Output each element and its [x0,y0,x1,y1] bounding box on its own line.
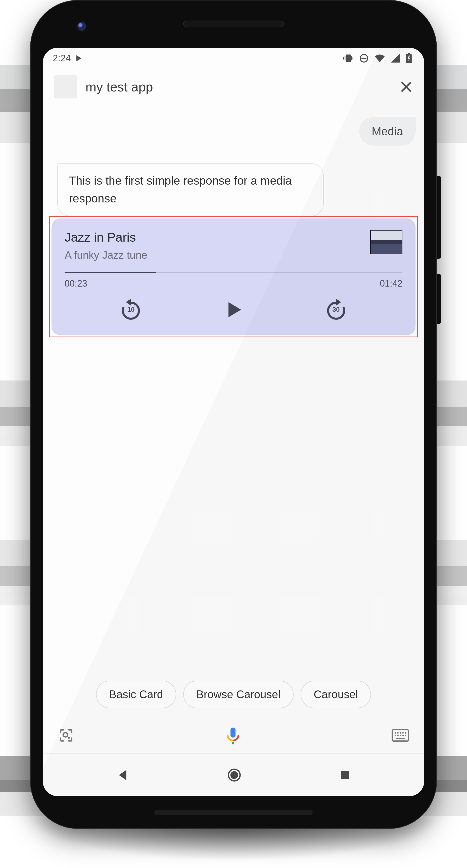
status-right [343,53,412,63]
rewind-seconds-label: 10 [127,306,135,313]
app-name: my test app [85,80,390,94]
phone-bottom-speaker [154,810,313,815]
rewind-10-button[interactable]: 10 [117,296,145,323]
vibrate-icon [343,53,353,63]
battery-charging-icon [406,53,412,63]
svg-point-4 [63,733,68,737]
app-icon-placeholder [54,75,77,98]
play-button[interactable] [220,296,247,323]
assistant-input-bar [43,718,424,753]
app-header: my test app [43,69,424,106]
svg-point-5 [68,737,69,739]
media-info: Jazz in Paris A funky Jazz tune [65,230,147,261]
close-button[interactable] [399,80,413,94]
media-progress-track[interactable] [65,272,402,273]
total-time: 01:42 [380,278,402,289]
forward-30-button[interactable]: 30 [322,296,350,323]
screen: 2:24 [43,48,424,796]
phone-volume-button [437,176,441,259]
media-thumbnail [370,230,402,254]
media-playing-icon [77,55,82,61]
media-response-highlight: Jazz in Paris A funky Jazz tune 00:23 01… [49,216,418,337]
status-bar: 2:24 [43,48,424,69]
status-left: 2:24 [53,53,82,64]
mic-button[interactable] [223,726,243,746]
chip-browse-carousel[interactable]: Browse Carousel [183,681,294,708]
chip-basic-card[interactable]: Basic Card [96,681,176,708]
elapsed-time: 00:23 [65,278,87,289]
svg-point-19 [230,771,238,779]
media-progress-fill [65,272,156,273]
phone-power-button [437,274,441,324]
cell-signal-icon [390,54,400,63]
media-subtitle: A funky Jazz tune [65,249,147,261]
keyboard-icon[interactable] [391,728,409,744]
suggestion-chips: Basic Card Browse Carousel Carousel [43,681,424,708]
lens-icon[interactable] [58,727,75,745]
nav-back-button[interactable] [116,768,130,782]
nav-home-button[interactable] [227,767,242,783]
svg-rect-20 [341,771,349,779]
phone-front-camera [78,22,86,31]
chat-area: Media This is the first simple response … [43,106,424,337]
phone-frame: 2:24 [30,0,437,829]
status-time: 2:24 [53,53,71,64]
wifi-icon [375,53,385,63]
media-title: Jazz in Paris [65,230,147,245]
android-nav-bar [43,753,424,796]
user-message: Media [359,117,416,146]
dnd-icon [359,53,369,63]
forward-seconds-label: 30 [332,306,340,313]
chip-carousel[interactable]: Carousel [301,681,371,708]
phone-earpiece [183,21,284,27]
nav-recents-button[interactable] [339,769,351,781]
bot-message: This is the first simple response for a … [57,163,324,216]
media-card: Jazz in Paris A funky Jazz tune 00:23 01… [52,218,415,335]
